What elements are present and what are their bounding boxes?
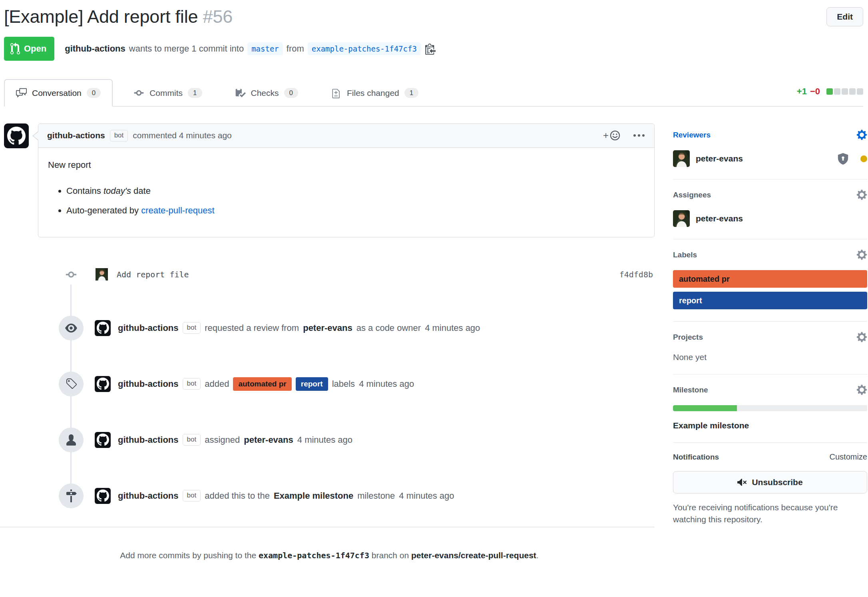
bot-badge: bot: [183, 378, 201, 389]
create-pull-request-link[interactable]: create-pull-request: [141, 205, 214, 215]
event-time[interactable]: 4 minutes ago: [297, 435, 352, 445]
reviewers-heading-row: Reviewers: [673, 129, 867, 141]
reviewer-row: peter-evans: [673, 150, 867, 167]
tab-files-changed[interactable]: Files changed 1: [319, 79, 430, 107]
pr-title-text: [Example] Add report file: [4, 6, 198, 27]
gear-icon[interactable]: [856, 249, 867, 261]
event-text: github-actions bot added automated pr re…: [118, 377, 414, 391]
event-time[interactable]: 4 minutes ago: [425, 323, 480, 333]
reviewer-name[interactable]: peter-evans: [696, 154, 743, 163]
tab-conversation[interactable]: Conversation 0: [4, 79, 113, 107]
git-pull-request-icon: [10, 42, 20, 55]
commit-sha[interactable]: f4dfd8b: [619, 270, 653, 279]
diffstat-blocks: [826, 88, 863, 95]
milestone-section: Milestone Example milestone: [673, 374, 867, 443]
tab-conversation-label: Conversation: [32, 88, 82, 98]
event-actor[interactable]: github-actions: [118, 435, 179, 445]
pull-request-page: [Example] Add report file #56 Edit Open …: [0, 0, 868, 597]
merge-author[interactable]: github-actions: [65, 44, 125, 54]
person-icon: [59, 428, 84, 452]
tab-checks[interactable]: Checks 0: [223, 79, 311, 107]
unsubscribe-button[interactable]: Unsubscribe: [673, 471, 867, 494]
comment-action-text[interactable]: commented 4 minutes ago: [133, 131, 231, 140]
labels-section: Labels automated pr report: [673, 239, 867, 322]
assignee-name[interactable]: peter-evans: [244, 435, 293, 445]
event-actor[interactable]: github-actions: [118, 379, 179, 389]
tab-files-changed-count: 1: [404, 88, 418, 98]
diff-additions: +1: [797, 86, 807, 97]
labels-heading-row: Labels: [673, 249, 867, 261]
tab-checks-label: Checks: [251, 88, 279, 98]
milestone-heading: Milestone: [673, 386, 708, 394]
assignee-name[interactable]: peter-evans: [696, 214, 743, 223]
tab-commits[interactable]: Commits 1: [121, 79, 214, 107]
assignee-row: peter-evans: [673, 210, 867, 227]
reviewer-name[interactable]: peter-evans: [303, 323, 352, 333]
merge-description: github-actions wants to merge 1 commit i…: [65, 42, 436, 55]
tab-checks-count: 0: [284, 88, 298, 98]
github-actions-avatar[interactable]: [95, 376, 111, 392]
smiley-icon: [609, 130, 621, 141]
event-actor[interactable]: github-actions: [118, 491, 179, 501]
milestone-link[interactable]: Example milestone: [673, 421, 867, 430]
milestone-name-inline[interactable]: Example milestone: [274, 491, 353, 501]
kebab-menu-button[interactable]: [633, 132, 645, 139]
notifications-heading: Notifications: [673, 453, 719, 462]
conversation-icon: [16, 88, 27, 98]
commits-icon: [133, 88, 144, 98]
diff-deletions: −0: [810, 86, 820, 97]
comment-author[interactable]: github-actions: [47, 131, 105, 140]
notifications-heading-row: Notifications Customize: [673, 452, 867, 462]
label-chip-report[interactable]: report: [296, 377, 328, 391]
reviewers-heading: Reviewers: [673, 131, 711, 139]
customize-link[interactable]: Customize: [830, 452, 867, 462]
notifications-note: You're receiving notifications because y…: [673, 501, 867, 525]
github-actions-avatar[interactable]: [4, 123, 29, 148]
github-actions-avatar[interactable]: [95, 432, 111, 448]
base-branch-ref: master: [247, 42, 283, 55]
tab-files-changed-label: Files changed: [347, 88, 399, 98]
commit-message[interactable]: Add report file: [117, 270, 189, 279]
tab-conversation-count: 0: [87, 88, 101, 98]
label-chip-automated-pr[interactable]: automated pr: [233, 377, 291, 391]
pr-tabnav: Conversation 0 Commits 1 Checks 0 Files …: [4, 79, 863, 107]
assignee-avatar[interactable]: [673, 210, 690, 227]
today-emphasis: today's: [104, 186, 131, 196]
checks-icon: [235, 88, 246, 98]
push-instructions: Add more commits by pushing to the examp…: [4, 527, 655, 560]
committer-avatar[interactable]: [94, 267, 109, 283]
pr-description-comment: github-actions bot commented 4 minutes a…: [4, 123, 655, 237]
gear-icon[interactable]: [856, 384, 867, 396]
bullet-today-date: Contains today's date: [66, 184, 645, 197]
event-assigned: github-actions bot assigned peter-evans …: [4, 428, 655, 452]
notifications-section: Notifications Customize Unsubscribe You'…: [673, 443, 867, 537]
comment-heading: New report: [48, 158, 645, 171]
repo-name: peter-evans/create-pull-request: [411, 551, 536, 560]
diffstat[interactable]: +1 −0: [797, 86, 863, 97]
tag-icon: [59, 372, 84, 396]
event-actor[interactable]: github-actions: [118, 323, 179, 333]
github-actions-avatar[interactable]: [95, 320, 111, 336]
label-automated-pr[interactable]: automated pr: [673, 270, 867, 288]
add-reaction-button[interactable]: +: [603, 130, 621, 141]
pr-header: [Example] Add report file #56 Edit: [4, 6, 863, 28]
octocat-icon: [7, 127, 26, 145]
reviewer-avatar[interactable]: [673, 150, 690, 167]
open-status-label: Open: [24, 44, 46, 54]
event-time[interactable]: 4 minutes ago: [359, 379, 414, 389]
github-actions-avatar[interactable]: [95, 488, 111, 504]
file-diff-icon: [331, 88, 342, 98]
event-labels-added: github-actions bot added automated pr re…: [4, 372, 655, 396]
gear-icon[interactable]: [856, 331, 867, 343]
copy-branch-icon[interactable]: [425, 43, 436, 55]
pr-timeline: Add report file f4dfd8b github-actions b…: [4, 265, 655, 508]
edit-button[interactable]: Edit: [826, 7, 863, 26]
gear-icon[interactable]: [856, 129, 867, 141]
gear-icon[interactable]: [856, 189, 867, 201]
event-time[interactable]: 4 minutes ago: [399, 491, 454, 501]
milestone-progress-fill: [673, 405, 737, 411]
milestone-heading-row: Milestone: [673, 384, 867, 396]
comment-body: New report Contains today's date Auto-ge…: [38, 148, 654, 237]
bot-badge: bot: [110, 130, 128, 141]
label-report[interactable]: report: [673, 292, 867, 309]
